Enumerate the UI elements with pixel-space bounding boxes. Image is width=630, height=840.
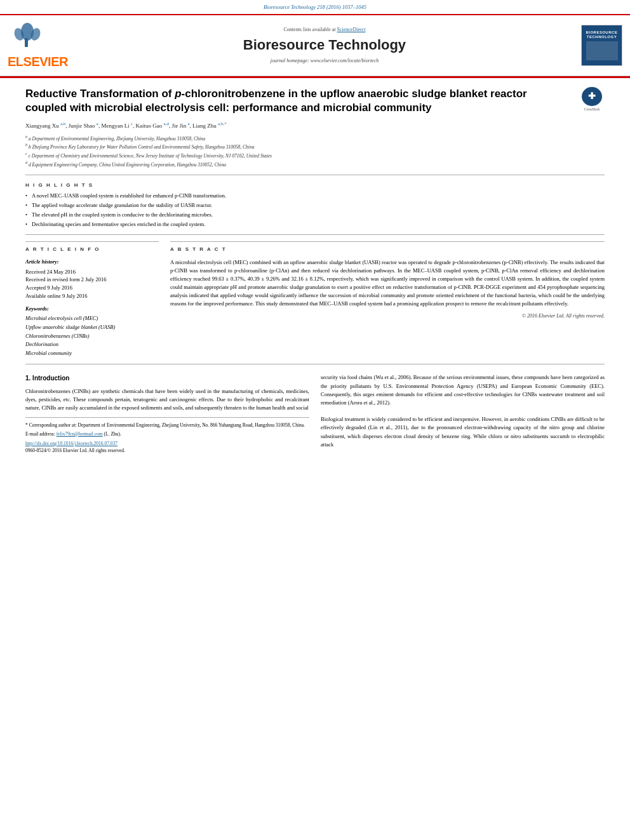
sciencedirect-link[interactable]: ScienceDirect [337, 27, 366, 32]
intro-heading: 1. Introduction [25, 373, 309, 383]
highlight-item-3: The elevated pH in the coupled system is… [25, 211, 605, 219]
journal-masthead-center: Contents lists available at ScienceDirec… [68, 26, 581, 64]
abstract-heading: A B S T R A C T [170, 246, 605, 253]
main-content: Reductive Transformation of p-chloronitr… [0, 78, 630, 460]
highlight-item-1: A novel MEC–UASB coupled system is estab… [25, 192, 605, 200]
crossmark-badge: ✚ CrossMark [579, 87, 605, 112]
journal-homepage: journal homepage: www.elsevier.com/locat… [68, 57, 581, 64]
elsevier-wordmark: ELSEVIER [8, 53, 68, 70]
copyright-line: © 2016 Elsevier Ltd. All rights reserved… [170, 312, 605, 319]
affiliation-a: a a Department of Environmental Engineer… [25, 134, 605, 142]
divider-2 [25, 234, 605, 235]
email-attribution: (L. Zhu). [104, 431, 121, 437]
keyword-2: Upflow anaerobic sludge blanket (UASB) [25, 323, 159, 332]
journal-header-text: Bioresource Technology 218 (2016) 1037–1… [264, 4, 366, 10]
keyword-1: Microbial electrolysis cell (MEC) [25, 314, 159, 323]
introduction-section: 1. Introduction Chloronitrobenzenes (ClN… [25, 373, 605, 454]
intro-left-text: Chloronitrobenzenes (ClNBs) are syntheti… [25, 387, 309, 413]
keyword-3: Chloronitrobenzenes (ClNBs) [25, 332, 159, 341]
article-info-section: A R T I C L E I N F O Article history: R… [25, 241, 159, 357]
intro-left-col: 1. Introduction Chloronitrobenzenes (ClN… [25, 373, 309, 454]
received-date: Received 24 May 2016 [25, 268, 159, 276]
journal-title: Bioresource Technology [68, 36, 581, 55]
abstract-section: A B S T R A C T A microbial electrolysis… [170, 241, 605, 357]
affiliation-c: c c Department of Chemistry and Environm… [25, 151, 605, 159]
intro-right-text-2: Biological treatment is widely considere… [321, 415, 605, 449]
highlights-heading: H I G H L I G H T S [25, 182, 605, 189]
journal-header: Bioresource Technology 218 (2016) 1037–1… [0, 0, 630, 15]
authors-line: Xiangyang Xu a,b, Junjie Shao a, Mengyan… [25, 121, 605, 130]
affiliation-b: b b Zhejiang Province Key Laboratory for… [25, 142, 605, 150]
article-history-label: Article history: [25, 258, 159, 266]
affiliations: a a Department of Environmental Engineer… [25, 134, 605, 168]
available-date: Available online 9 July 2016 [25, 292, 159, 300]
issn-line: 0960-8524/© 2016 Elsevier Ltd. All right… [25, 447, 309, 454]
corresponding-footnote: * Corresponding author at: Department of… [25, 422, 309, 429]
footnote-area: * Corresponding author at: Department of… [25, 417, 309, 454]
article-info-abstract: A R T I C L E I N F O Article history: R… [25, 241, 605, 357]
email-link[interactable]: felix79cn@hotmail.com [57, 431, 103, 437]
article-info-label: A R T I C L E I N F O [25, 246, 159, 253]
keyword-5: Microbial community [25, 349, 159, 358]
revised-date: Received in revised form 2 July 2016 [25, 276, 159, 284]
article-history-dates: Received 24 May 2016 Received in revised… [25, 268, 159, 300]
email-footnote: E-mail address: felix79cn@hotmail.com (L… [25, 430, 309, 437]
divider-3 [25, 364, 605, 364]
crossmark-label: CrossMark [584, 107, 600, 112]
doi-link[interactable]: http://dx.doi.org/10.1016/j.biortech.201… [25, 441, 117, 446]
contents-available-line: Contents lists available at ScienceDirec… [68, 26, 581, 33]
article-title: Reductive Transformation of p-chloronitr… [25, 87, 605, 115]
intro-right-text: security via food chains (Wu et al., 200… [321, 373, 605, 407]
highlight-item-2: The applied voltage accelerate sludge gr… [25, 202, 605, 210]
accepted-date: Accepted 9 July 2016 [25, 284, 159, 292]
elsevier-logo: ELSEVIER [8, 20, 68, 70]
keyword-4: Dechlorination [25, 340, 159, 349]
doi-line: http://dx.doi.org/10.1016/j.biortech.201… [25, 440, 309, 447]
highlight-item-4: Dechlorinating species and fermentative … [25, 221, 605, 229]
divider-1 [25, 175, 605, 175]
journal-thumbnail: BIORESOURCETECHNOLOGY [581, 25, 622, 66]
abstract-text: A microbial electrolysis cell (MEC) comb… [170, 258, 605, 309]
crossmark-circle: ✚ [582, 87, 602, 106]
highlights-section: H I G H L I G H T S A novel MEC–UASB cou… [25, 182, 605, 229]
introduction-columns: 1. Introduction Chloronitrobenzenes (ClN… [25, 373, 605, 454]
keywords-list: Microbial electrolysis cell (MEC) Upflow… [25, 314, 159, 357]
affiliation-d: d d Equipment Engineering Company, China… [25, 160, 605, 168]
keywords-label: Keywords: [25, 305, 159, 313]
email-label: E-mail address: [25, 431, 55, 437]
intro-right-col: security via food chains (Wu et al., 200… [321, 373, 605, 454]
masthead: ELSEVIER Contents lists available at Sci… [0, 15, 630, 76]
